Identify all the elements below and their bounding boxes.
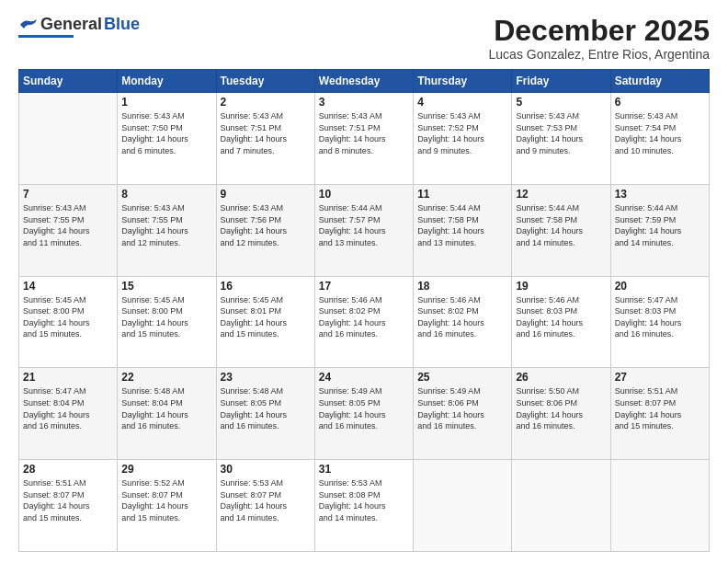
table-row: 13Sunrise: 5:44 AM Sunset: 7:59 PM Dayli… (610, 184, 709, 276)
day-number: 16 (221, 280, 311, 293)
day-info: Sunrise: 5:43 AM Sunset: 7:54 PM Dayligh… (615, 110, 705, 156)
day-number: 17 (319, 280, 409, 293)
day-info: Sunrise: 5:52 AM Sunset: 8:07 PM Dayligh… (121, 477, 211, 523)
day-number: 22 (121, 371, 211, 384)
calendar-week-row: 28Sunrise: 5:51 AM Sunset: 8:07 PM Dayli… (19, 460, 710, 552)
table-row: 3Sunrise: 5:43 AM Sunset: 7:51 PM Daylig… (314, 93, 413, 185)
header-wednesday: Wednesday (314, 70, 413, 93)
day-number: 21 (23, 371, 113, 384)
logo-general: General (40, 15, 102, 34)
day-number: 13 (615, 188, 705, 201)
day-info: Sunrise: 5:43 AM Sunset: 7:52 PM Dayligh… (417, 110, 507, 156)
table-row: 21Sunrise: 5:47 AM Sunset: 8:04 PM Dayli… (19, 368, 118, 460)
day-number: 25 (417, 371, 507, 384)
table-row: 19Sunrise: 5:46 AM Sunset: 8:03 PM Dayli… (512, 276, 610, 368)
table-row: 23Sunrise: 5:48 AM Sunset: 8:05 PM Dayli… (216, 368, 314, 460)
table-row: 17Sunrise: 5:46 AM Sunset: 8:02 PM Dayli… (314, 276, 413, 368)
table-row: 18Sunrise: 5:46 AM Sunset: 8:02 PM Dayli… (414, 276, 512, 368)
weekday-header-row: Sunday Monday Tuesday Wednesday Thursday… (19, 70, 710, 93)
day-info: Sunrise: 5:43 AM Sunset: 7:51 PM Dayligh… (221, 110, 311, 156)
day-info: Sunrise: 5:45 AM Sunset: 8:01 PM Dayligh… (221, 294, 311, 340)
day-info: Sunrise: 5:43 AM Sunset: 7:50 PM Dayligh… (121, 110, 211, 156)
header-thursday: Thursday (414, 70, 512, 93)
table-row: 9Sunrise: 5:43 AM Sunset: 7:56 PM Daylig… (216, 184, 314, 276)
day-info: Sunrise: 5:50 AM Sunset: 8:06 PM Dayligh… (516, 385, 606, 431)
table-row: 29Sunrise: 5:52 AM Sunset: 8:07 PM Dayli… (118, 460, 216, 552)
day-info: Sunrise: 5:53 AM Sunset: 8:08 PM Dayligh… (319, 477, 409, 523)
day-info: Sunrise: 5:46 AM Sunset: 8:02 PM Dayligh… (417, 294, 507, 340)
day-number: 14 (23, 280, 113, 293)
table-row: 22Sunrise: 5:48 AM Sunset: 8:04 PM Dayli… (118, 368, 216, 460)
table-row (610, 460, 709, 552)
table-row: 1Sunrise: 5:43 AM Sunset: 7:50 PM Daylig… (118, 93, 216, 185)
title-block: December 2025 Lucas Gonzalez, Entre Rios… (489, 15, 710, 62)
table-row: 27Sunrise: 5:51 AM Sunset: 8:07 PM Dayli… (610, 368, 709, 460)
table-row: 20Sunrise: 5:47 AM Sunset: 8:03 PM Dayli… (610, 276, 709, 368)
calendar-week-row: 14Sunrise: 5:45 AM Sunset: 8:00 PM Dayli… (19, 276, 710, 368)
header: GeneralBlue December 2025 Lucas Gonzalez… (18, 15, 710, 62)
table-row (512, 460, 610, 552)
calendar-week-row: 21Sunrise: 5:47 AM Sunset: 8:04 PM Dayli… (19, 368, 710, 460)
table-row: 11Sunrise: 5:44 AM Sunset: 7:58 PM Dayli… (414, 184, 512, 276)
table-row: 8Sunrise: 5:43 AM Sunset: 7:55 PM Daylig… (118, 184, 216, 276)
day-number: 27 (615, 371, 705, 384)
day-info: Sunrise: 5:46 AM Sunset: 8:02 PM Dayligh… (319, 294, 409, 340)
day-info: Sunrise: 5:47 AM Sunset: 8:04 PM Dayligh… (23, 385, 113, 431)
day-info: Sunrise: 5:51 AM Sunset: 8:07 PM Dayligh… (23, 477, 113, 523)
day-info: Sunrise: 5:46 AM Sunset: 8:03 PM Dayligh… (516, 294, 606, 340)
day-number: 7 (23, 188, 113, 201)
table-row: 25Sunrise: 5:49 AM Sunset: 8:06 PM Dayli… (414, 368, 512, 460)
day-number: 15 (121, 280, 211, 293)
day-info: Sunrise: 5:49 AM Sunset: 8:06 PM Dayligh… (417, 385, 507, 431)
day-info: Sunrise: 5:47 AM Sunset: 8:03 PM Dayligh… (615, 294, 705, 340)
day-number: 31 (319, 463, 409, 476)
table-row: 28Sunrise: 5:51 AM Sunset: 8:07 PM Dayli… (19, 460, 118, 552)
header-monday: Monday (118, 70, 216, 93)
day-info: Sunrise: 5:45 AM Sunset: 8:00 PM Dayligh… (23, 294, 113, 340)
day-number: 6 (615, 96, 705, 109)
day-number: 1 (121, 96, 211, 109)
month-title: December 2025 (489, 15, 710, 47)
table-row: 6Sunrise: 5:43 AM Sunset: 7:54 PM Daylig… (610, 93, 709, 185)
day-info: Sunrise: 5:45 AM Sunset: 8:00 PM Dayligh… (121, 294, 211, 340)
logo-blue: Blue (104, 15, 140, 34)
table-row: 26Sunrise: 5:50 AM Sunset: 8:06 PM Dayli… (512, 368, 610, 460)
day-info: Sunrise: 5:44 AM Sunset: 7:57 PM Dayligh… (319, 202, 409, 248)
table-row: 5Sunrise: 5:43 AM Sunset: 7:53 PM Daylig… (512, 93, 610, 185)
day-number: 20 (615, 280, 705, 293)
table-row: 4Sunrise: 5:43 AM Sunset: 7:52 PM Daylig… (414, 93, 512, 185)
day-number: 23 (221, 371, 311, 384)
day-number: 8 (121, 188, 211, 201)
day-info: Sunrise: 5:51 AM Sunset: 8:07 PM Dayligh… (615, 385, 705, 431)
bird-icon (18, 17, 39, 32)
day-number: 11 (417, 188, 507, 201)
page: GeneralBlue December 2025 Lucas Gonzalez… (0, 0, 728, 563)
day-info: Sunrise: 5:43 AM Sunset: 7:56 PM Dayligh… (221, 202, 311, 248)
table-row (19, 93, 118, 185)
table-row: 10Sunrise: 5:44 AM Sunset: 7:57 PM Dayli… (314, 184, 413, 276)
day-number: 10 (319, 188, 409, 201)
day-info: Sunrise: 5:48 AM Sunset: 8:04 PM Dayligh… (121, 385, 211, 431)
header-friday: Friday (512, 70, 610, 93)
location: Lucas Gonzalez, Entre Rios, Argentina (489, 47, 710, 62)
day-number: 4 (417, 96, 507, 109)
day-number: 24 (319, 371, 409, 384)
table-row: 15Sunrise: 5:45 AM Sunset: 8:00 PM Dayli… (118, 276, 216, 368)
day-number: 5 (516, 96, 606, 109)
calendar-week-row: 7Sunrise: 5:43 AM Sunset: 7:55 PM Daylig… (19, 184, 710, 276)
day-info: Sunrise: 5:53 AM Sunset: 8:07 PM Dayligh… (221, 477, 311, 523)
day-number: 2 (221, 96, 311, 109)
day-info: Sunrise: 5:43 AM Sunset: 7:51 PM Dayligh… (319, 110, 409, 156)
day-number: 9 (221, 188, 311, 201)
table-row: 24Sunrise: 5:49 AM Sunset: 8:05 PM Dayli… (314, 368, 413, 460)
table-row: 30Sunrise: 5:53 AM Sunset: 8:07 PM Dayli… (216, 460, 314, 552)
day-info: Sunrise: 5:44 AM Sunset: 7:58 PM Dayligh… (516, 202, 606, 248)
day-number: 19 (516, 280, 606, 293)
table-row: 7Sunrise: 5:43 AM Sunset: 7:55 PM Daylig… (19, 184, 118, 276)
header-tuesday: Tuesday (216, 70, 314, 93)
day-number: 26 (516, 371, 606, 384)
logo: GeneralBlue (18, 15, 140, 38)
table-row: 2Sunrise: 5:43 AM Sunset: 7:51 PM Daylig… (216, 93, 314, 185)
header-saturday: Saturday (610, 70, 709, 93)
day-info: Sunrise: 5:44 AM Sunset: 7:59 PM Dayligh… (615, 202, 705, 248)
